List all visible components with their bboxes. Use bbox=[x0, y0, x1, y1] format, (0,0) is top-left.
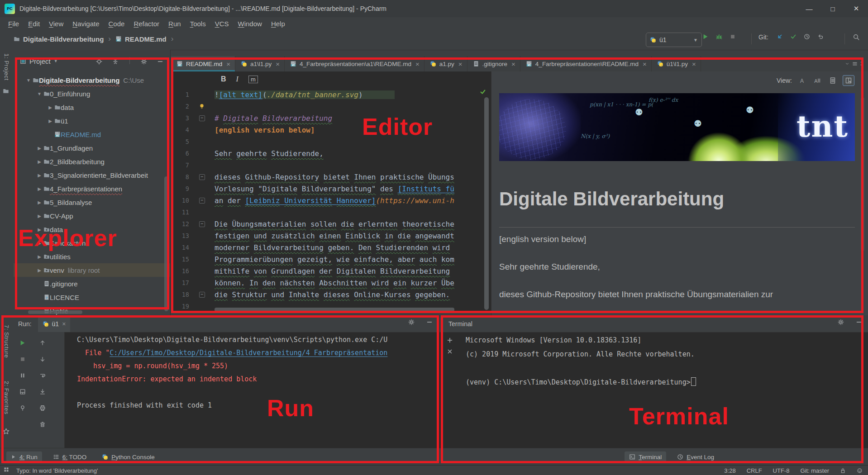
stop-icon[interactable] bbox=[19, 353, 26, 365]
tree-item-licence[interactable]: ?LICENCE bbox=[14, 290, 170, 304]
inspections-ok-icon[interactable] bbox=[480, 89, 486, 95]
tool-window-button-6-todo[interactable]: 6: TODO bbox=[48, 451, 91, 463]
stripe-button-favorites[interactable]: 2: Favorites bbox=[3, 381, 10, 414]
tool-window-switcher-icon[interactable] bbox=[4, 467, 9, 472]
expand-arrow-icon[interactable]: ▶ bbox=[35, 186, 43, 191]
close-tab-icon[interactable]: × bbox=[226, 60, 230, 68]
run-console-output[interactable]: C:\Users\Timo\Desktop\Digitale-Bildverar… bbox=[77, 333, 387, 412]
minimize-button[interactable]: — bbox=[797, 0, 821, 17]
tree-item-data[interactable]: ▶data bbox=[14, 223, 170, 236]
file-encoding[interactable]: UTF-8 bbox=[773, 467, 790, 474]
tree-item-data[interactable]: ▶data bbox=[14, 100, 170, 114]
tree-item--gitignore[interactable]: .gitignore bbox=[14, 277, 170, 290]
editor-tab--1-l1-py[interactable]: ü1\l1.py× bbox=[652, 56, 701, 71]
editor-line[interactable]: 3−# Digitale Bildverarbeitung bbox=[171, 112, 491, 124]
editor-line[interactable]: 13festigen und zusätzlich einen Einblick… bbox=[171, 230, 491, 242]
search-icon[interactable] bbox=[853, 33, 860, 41]
editor-line[interactable]: 12−Die Übungsmaterialien sollen die erle… bbox=[171, 218, 491, 230]
close-tab-icon[interactable]: × bbox=[511, 60, 515, 68]
tool-window-button-event-log[interactable]: Event Log bbox=[672, 451, 719, 463]
project-settings-icon[interactable] bbox=[141, 57, 147, 66]
caret-position[interactable]: 3:28 bbox=[724, 467, 735, 474]
debug-button-icon[interactable] bbox=[716, 33, 722, 40]
project-scrollbar-vertical[interactable] bbox=[164, 176, 168, 311]
expand-arrow-icon[interactable]: ▶ bbox=[35, 159, 43, 164]
project-panel-title[interactable]: Project ▼ bbox=[20, 57, 58, 65]
editor-line[interactable]: 4[english version below] bbox=[171, 124, 491, 136]
expand-arrow-icon[interactable]: ▶ bbox=[35, 241, 43, 246]
tree-item-4-farbrepr-sentationen[interactable]: ▶4_Farbrepräsentationen bbox=[14, 182, 170, 195]
menu-run[interactable]: Run bbox=[164, 19, 186, 29]
tabs-dropdown-icon[interactable] bbox=[845, 62, 849, 66]
soft-wrap-icon[interactable] bbox=[39, 370, 46, 381]
rollback-icon[interactable] bbox=[817, 33, 824, 40]
editor-line[interactable]: 7 bbox=[171, 159, 491, 171]
editor-tab-a1-py[interactable]: a1.py× bbox=[424, 56, 467, 71]
tree-item-utilities[interactable]: ▶utilities bbox=[14, 250, 170, 263]
history-icon[interactable] bbox=[804, 33, 810, 40]
run-button-icon[interactable] bbox=[702, 33, 709, 40]
editor-scrollbar-horizontal[interactable] bbox=[215, 308, 454, 312]
auto-scroll-preview-icon[interactable] bbox=[843, 75, 854, 86]
restore-layout-icon[interactable] bbox=[19, 386, 26, 397]
pause-output-icon[interactable] bbox=[19, 370, 26, 381]
tree-item-0-einf-hrung[interactable]: ▼0_Einführung bbox=[14, 87, 170, 100]
stop-button-icon[interactable] bbox=[730, 33, 736, 40]
menu-code[interactable]: Code bbox=[104, 19, 129, 29]
maximize-button[interactable]: □ bbox=[821, 0, 844, 17]
bold-button[interactable]: B bbox=[221, 75, 226, 83]
menu-navigate[interactable]: Navigate bbox=[68, 19, 104, 29]
editor-line[interactable]: 11 bbox=[171, 206, 491, 218]
editor-tab--gitignore[interactable]: .gitignore× bbox=[467, 56, 520, 71]
new-session-icon[interactable] bbox=[447, 337, 453, 343]
menu-help[interactable]: Help bbox=[267, 19, 290, 29]
expand-arrow-icon[interactable]: ▶ bbox=[35, 214, 43, 218]
editor-tab-4-farbrepr-sentationen-readme-md[interactable]: MD4_Farbrepräsentationen\README.md× bbox=[520, 56, 652, 71]
git-commit-icon[interactable] bbox=[790, 33, 796, 40]
hide-terminal-panel-icon[interactable] bbox=[856, 319, 862, 325]
close-button[interactable]: ✕ bbox=[844, 0, 868, 17]
line-separator[interactable]: CRLF bbox=[747, 467, 762, 474]
italic-button[interactable]: I bbox=[236, 75, 238, 83]
locate-file-icon[interactable] bbox=[96, 57, 102, 66]
editor-line[interactable]: 14moderner Bildverarbeitung geben. Den S… bbox=[171, 242, 491, 253]
close-tab-icon[interactable]: × bbox=[643, 60, 647, 68]
tree-item-cv-app[interactable]: ▶CV-App bbox=[14, 209, 170, 223]
close-icon[interactable]: × bbox=[62, 320, 66, 328]
lock-icon[interactable] bbox=[840, 468, 846, 474]
tree-item-3-signalorientierte-bildverarbeit[interactable]: ▶3_Signalorientierte_Bildverarbeit bbox=[14, 168, 170, 182]
editor-line[interactable]: 16mithilfe von Grundlagen der Digitalen … bbox=[171, 265, 491, 277]
editor-line[interactable]: 9Vorlesung "Digitale Bildverarbeitung" d… bbox=[171, 183, 491, 195]
expand-arrow-icon[interactable]: ▼ bbox=[24, 78, 33, 83]
menu-view[interactable]: View bbox=[44, 19, 68, 29]
tree-item-1-grundlagen[interactable]: ▶1_Grundlagen bbox=[14, 141, 170, 155]
expand-arrow-icon[interactable]: ▶ bbox=[35, 227, 43, 232]
intention-bulb-icon[interactable] bbox=[199, 103, 205, 109]
fold-marker-icon[interactable]: − bbox=[199, 115, 205, 121]
menu-refactor[interactable]: Refactor bbox=[129, 19, 164, 29]
expand-arrow-icon[interactable]: ▶ bbox=[35, 254, 43, 259]
run-configuration-selector[interactable]: ü1 ▼ bbox=[646, 33, 702, 47]
close-tab-icon[interactable]: × bbox=[415, 60, 420, 68]
terminal-settings-icon[interactable] bbox=[838, 319, 844, 325]
run-tab-u1[interactable]: ü1 × bbox=[38, 315, 71, 332]
editor-tab-a1-l1-py[interactable]: a1\l1.py× bbox=[235, 56, 285, 71]
down-stack-trace-icon[interactable] bbox=[39, 353, 46, 365]
menu-window[interactable]: Window bbox=[234, 19, 267, 29]
editor-line[interactable]: 6Sehr geehrte Studierende, bbox=[171, 147, 491, 159]
editor-tab-4-farbrepr-sentationen-a1-readme-md[interactable]: MD4_Farbrepräsentationen\a1\README.md× bbox=[285, 56, 424, 71]
git-update-icon[interactable] bbox=[777, 33, 783, 40]
menu-file[interactable]: File bbox=[4, 19, 24, 29]
up-stack-trace-icon[interactable] bbox=[39, 337, 46, 348]
editor-line[interactable]: 1![alt text](./data/tnt_banner.svg) bbox=[171, 89, 491, 100]
hide-run-panel-icon[interactable] bbox=[426, 319, 433, 325]
fold-marker-icon[interactable]: − bbox=[199, 292, 205, 298]
editor-tab-readme-md[interactable]: MDREADME.md× bbox=[171, 56, 235, 71]
editor-line[interactable]: 17können. In den nächsten Abschnitten wi… bbox=[171, 277, 491, 289]
expand-arrow-icon[interactable]: ▶ bbox=[46, 105, 54, 110]
print-icon[interactable] bbox=[39, 402, 46, 413]
preview-scrollbar[interactable] bbox=[861, 97, 864, 251]
project-scrollbar-horizontal[interactable] bbox=[28, 310, 82, 314]
close-tab-icon[interactable]: × bbox=[276, 60, 280, 68]
editor-line[interactable]: 5 bbox=[171, 136, 491, 147]
